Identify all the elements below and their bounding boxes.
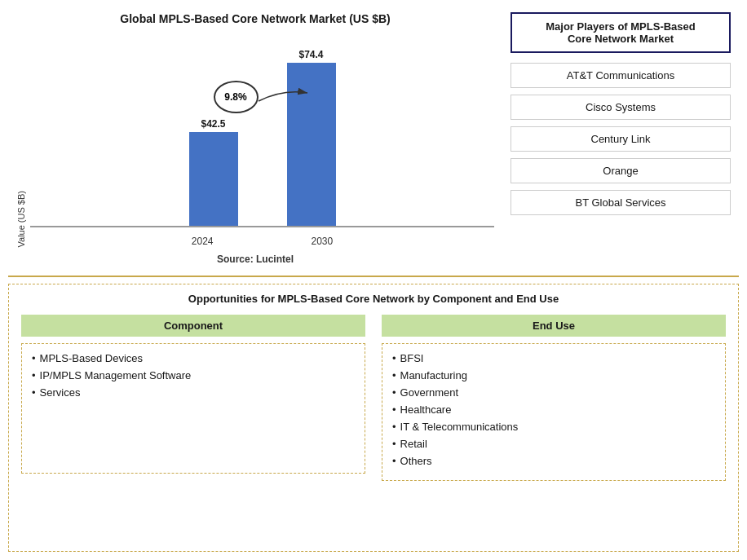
bar-group-2030: $74.4 (287, 49, 336, 226)
player-item-att: AT&T Communications (511, 63, 731, 88)
component-content: • MPLS-Based Devices • IP/MPLS Managemen… (21, 343, 365, 474)
component-item-0: • MPLS-Based Devices (32, 352, 355, 364)
chart-title: Global MPLS-Based Core Network Market (U… (120, 12, 390, 25)
end-use-item-0: • BFSI (392, 352, 715, 364)
component-header: Component (21, 315, 365, 337)
bars-container: $42.5 9.8% (30, 64, 494, 227)
end-use-item-4: • IT & Telecommunications (392, 421, 715, 433)
bullet-icon: • (392, 438, 396, 450)
player-item-bt: BT Global Services (511, 190, 731, 215)
end-use-item-6: • Others (392, 455, 715, 467)
bar-2024 (189, 132, 238, 226)
chart-inner: $42.5 9.8% (30, 64, 494, 247)
end-use-item-5: • Retail (392, 438, 715, 450)
bar-group-2024: $42.5 (189, 118, 238, 226)
end-use-item-1: • Manufacturing (392, 369, 715, 381)
top-section: Global MPLS-Based Core Network Market (U… (8, 8, 739, 277)
bullet-icon: • (392, 369, 396, 381)
bar-label-2030: 2030 (312, 236, 334, 247)
player-item-century: Century Link (511, 126, 731, 152)
bottom-section: Opportunities for MPLS-Based Core Networ… (8, 284, 739, 552)
bullet-icon: • (392, 455, 396, 467)
y-axis-label: Value (US $B) (16, 191, 26, 248)
players-title: Major Players of MPLS-BasedCore Network … (511, 12, 731, 53)
end-use-item-3: • Healthcare (392, 403, 715, 416)
bullet-icon: • (392, 386, 396, 399)
end-use-content: • BFSI • Manufacturing • Government • He… (382, 343, 726, 481)
source-text: Source: Lucintel (217, 254, 294, 265)
bullet-icon: • (392, 352, 396, 364)
end-use-column: End Use • BFSI • Manufacturing • Governm… (382, 315, 726, 481)
component-item-2: • Services (32, 386, 355, 399)
chart-wrapper: Value (US $B) $42.5 9.8% (16, 33, 494, 247)
bar-label-2024: 2024 (192, 236, 214, 247)
bullet-icon: • (392, 421, 396, 433)
player-item-cisco: Cisco Systems (511, 95, 731, 120)
growth-arrow-svg (254, 85, 312, 109)
bullet-icon: • (32, 352, 36, 364)
end-use-item-2: • Government (392, 386, 715, 399)
x-axis-labels: 2024 2030 (30, 231, 494, 247)
chart-area: Global MPLS-Based Core Network Market (U… (8, 8, 502, 269)
bottom-title: Opportunities for MPLS-Based Core Networ… (21, 293, 726, 305)
bullet-icon: • (32, 369, 36, 381)
bar-value-2024: $42.5 (201, 118, 225, 130)
bullet-icon: • (392, 403, 396, 416)
growth-circle: 9.8% (214, 81, 259, 113)
columns-container: Component • MPLS-Based Devices • IP/MPLS… (21, 315, 726, 481)
bullet-icon: • (32, 386, 36, 399)
growth-label: 9.8% (224, 91, 246, 103)
component-column: Component • MPLS-Based Devices • IP/MPLS… (21, 315, 365, 481)
players-area: Major Players of MPLS-BasedCore Network … (502, 8, 739, 269)
page-container: Global MPLS-Based Core Network Market (U… (0, 0, 747, 560)
end-use-header: End Use (382, 315, 726, 337)
player-item-orange: Orange (511, 158, 731, 183)
bar-value-2030: $74.4 (298, 49, 323, 60)
component-item-1: • IP/MPLS Management Software (32, 369, 355, 381)
